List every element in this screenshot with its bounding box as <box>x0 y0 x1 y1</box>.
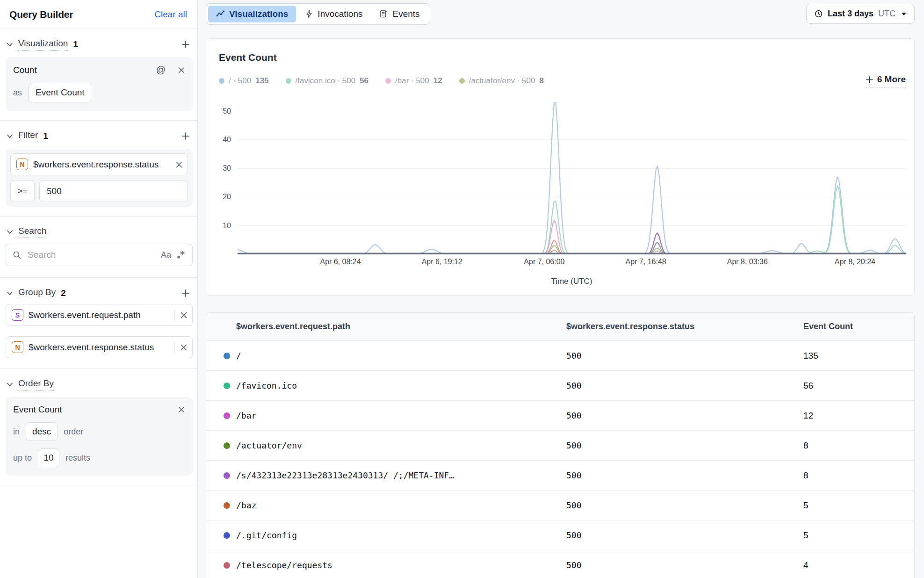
table-row[interactable]: /baz5005 <box>206 491 914 520</box>
filter-card: N $workers.event.response.status >= 500 <box>6 149 193 207</box>
cell-status: 500 <box>566 351 803 361</box>
x-tick-label: Apr 7, 06:00 <box>524 258 564 266</box>
remove-visualization-icon[interactable] <box>178 66 185 74</box>
table-header-row: $workers.event.request.path $workers.eve… <box>206 313 914 341</box>
cell-path: /favicon.ico <box>236 381 297 390</box>
cell-status: 500 <box>566 560 803 570</box>
table-row[interactable]: /s/432313e22313e28313e2430313/_/;/META-I… <box>206 461 914 491</box>
cell-count: 12 <box>803 411 914 421</box>
filter-operator-select[interactable]: >= <box>10 180 35 202</box>
add-group-by-button[interactable] <box>180 288 191 298</box>
remove-filter-icon[interactable] <box>175 161 183 168</box>
remove-order-by-icon[interactable] <box>178 406 185 413</box>
table-body: /500135/favicon.ico50056/bar50012/actuat… <box>206 341 914 578</box>
legend-dot-icon <box>459 78 465 84</box>
legend-item[interactable]: /actuator/env · 5008 <box>459 76 544 86</box>
legend-count: 135 <box>255 76 268 86</box>
caret-down-icon <box>901 12 907 16</box>
chevron-down-icon[interactable] <box>7 43 13 47</box>
chevron-down-icon[interactable] <box>7 383 13 387</box>
series-dot-icon <box>224 442 230 449</box>
results-label: results <box>65 453 90 463</box>
filter-field-name: $workers.event.response.status <box>33 159 165 170</box>
legend-item[interactable]: /bar · 50012 <box>385 76 442 86</box>
search-section-label: Search <box>18 226 46 238</box>
sidebar-spacer <box>0 485 197 578</box>
cell-status: 500 <box>566 441 803 450</box>
cell-count: 135 <box>803 351 914 361</box>
legend-dot-icon <box>385 78 391 84</box>
search-input[interactable] <box>27 249 156 260</box>
tab-label: Events <box>392 9 419 19</box>
table-row[interactable]: /telescope/requests5004 <box>206 550 914 578</box>
legend-label: /bar · 500 <box>395 76 429 86</box>
chevron-down-icon[interactable] <box>7 230 13 234</box>
search-icon <box>13 251 22 260</box>
event-count-chart <box>238 97 906 254</box>
x-tick-label: Apr 6, 08:24 <box>320 258 361 266</box>
legend-item[interactable]: / · 500135 <box>219 76 269 86</box>
divider <box>174 342 175 353</box>
tab-label: Invocations <box>318 9 362 19</box>
x-axis-title: Time (UTC) <box>238 277 906 286</box>
column-header-count: Event Count <box>803 322 914 332</box>
group-by-section-label: Group By <box>18 287 56 299</box>
line-chart-icon <box>216 9 225 18</box>
time-range-label: Last 3 days <box>828 9 873 19</box>
metric-label: Count <box>13 65 37 75</box>
legend-label: /actuator/env · 500 <box>469 76 535 86</box>
chart-area: 1020304050 <box>219 97 906 254</box>
column-header-status: $workers.event.response.status <box>566 322 803 332</box>
chevron-down-icon[interactable] <box>7 291 13 296</box>
group-by-count: 2 <box>61 288 66 298</box>
series-dot-icon <box>224 472 230 479</box>
match-case-icon[interactable]: Aa <box>161 250 171 260</box>
legend-label: /favicon.ico · 500 <box>296 76 356 86</box>
clear-all-link[interactable]: Clear all <box>154 9 187 20</box>
sidebar: Query Builder Clear all Visualization 1 … <box>0 0 198 578</box>
time-range-picker[interactable]: Last 3 days UTC <box>806 4 915 24</box>
up-to-label: up to <box>13 453 32 463</box>
legend-item[interactable]: /favicon.ico · 50056 <box>286 76 368 86</box>
chart-plot <box>238 97 906 254</box>
remove-group-by-icon[interactable] <box>180 311 188 319</box>
table-row[interactable]: /500135 <box>206 341 914 371</box>
legend-count: 56 <box>360 76 368 86</box>
filter-section-label: Filter <box>18 130 38 142</box>
group-by-field[interactable]: S $workers.event.request.path <box>6 304 193 326</box>
legend-dot-icon <box>219 78 224 84</box>
bolt-icon <box>305 10 313 18</box>
results-table: $workers.event.request.path $workers.eve… <box>206 312 915 578</box>
alias-field[interactable]: Event Count <box>28 83 92 102</box>
time-zone-label: UTC <box>878 9 895 19</box>
x-tick-label: Apr 8, 03:36 <box>727 258 768 266</box>
group-by-field[interactable]: N $workers.event.response.status <box>6 336 193 358</box>
filter-field-input[interactable]: N $workers.event.response.status <box>10 153 188 175</box>
legend-more-button[interactable]: 6 More <box>866 74 906 87</box>
table-row[interactable]: /actuator/env5008 <box>206 431 914 461</box>
regex-icon[interactable] <box>176 250 186 260</box>
series-dot-icon <box>224 353 230 359</box>
y-tick-label: 30 <box>223 164 231 173</box>
more-label: 6 More <box>877 74 906 85</box>
remove-group-by-icon[interactable] <box>180 344 188 351</box>
tab-visualizations[interactable]: Visualizations <box>208 6 296 22</box>
y-tick-label: 50 <box>223 107 231 116</box>
filter-value-input[interactable]: 500 <box>39 180 188 202</box>
table-row[interactable]: /.git/config5005 <box>206 520 914 550</box>
column-header-path: $workers.event.request.path <box>206 322 566 332</box>
table-row[interactable]: /bar50012 <box>206 401 914 431</box>
add-visualization-button[interactable] <box>180 39 191 50</box>
add-filter-button[interactable] <box>180 131 191 141</box>
table-row[interactable]: /favicon.ico50056 <box>206 371 914 401</box>
in-label: in <box>13 427 20 437</box>
direction-select[interactable]: desc <box>26 422 58 441</box>
tab-label: Visualizations <box>229 9 288 19</box>
cell-path: /telescope/requests <box>236 560 332 570</box>
tab-events[interactable]: Events <box>371 6 427 22</box>
limit-input[interactable]: 10 <box>38 448 59 467</box>
chevron-down-icon[interactable] <box>7 134 13 138</box>
tab-invocations[interactable]: Invocations <box>297 6 370 22</box>
cell-count: 5 <box>803 500 914 511</box>
attribute-icon[interactable]: @ <box>156 65 166 75</box>
